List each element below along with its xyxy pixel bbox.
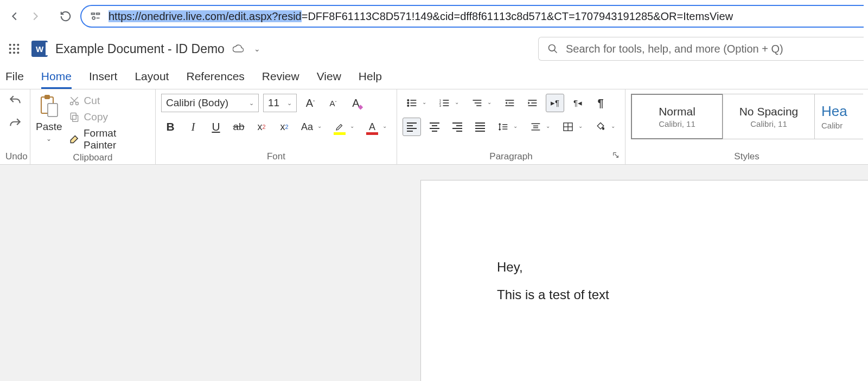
grow-font-button[interactable]: Aˆ — [301, 94, 320, 112]
line-spacing-button[interactable] — [494, 118, 512, 136]
subscript-button[interactable]: x2 — [252, 118, 271, 136]
title-dropdown-icon[interactable]: ⌄ — [254, 44, 260, 53]
svg-point-22 — [407, 102, 409, 104]
paste-button[interactable]: Paste ⌄ — [36, 94, 62, 143]
cut-button[interactable]: Cut — [69, 95, 150, 107]
saved-status-icon[interactable] — [232, 43, 244, 55]
borders-button[interactable] — [559, 118, 577, 136]
svg-point-3 — [9, 44, 11, 46]
app-launcher-icon[interactable] — [4, 39, 24, 59]
browser-toolbar: https://onedrive.live.com/edit.aspx?resi… — [0, 0, 868, 33]
svg-rect-18 — [72, 115, 78, 122]
group-label-styles: Styles — [631, 150, 863, 162]
site-settings-icon[interactable] — [89, 11, 102, 22]
align-right-button[interactable] — [448, 118, 467, 136]
shading-button[interactable] — [591, 118, 610, 136]
svg-point-5 — [17, 44, 19, 46]
copy-button[interactable]: Copy — [69, 111, 150, 123]
back-button[interactable] — [4, 6, 25, 27]
svg-point-9 — [9, 51, 11, 54]
paste-dropdown-icon[interactable]: ⌄ — [46, 135, 52, 143]
svg-point-11 — [17, 51, 19, 54]
svg-point-20 — [407, 100, 409, 101]
menu-file[interactable]: File — [5, 70, 24, 89]
menu-layout[interactable]: Layout — [135, 70, 169, 89]
page[interactable]: Hey,This is a test of text — [420, 180, 868, 381]
italic-button[interactable]: I — [184, 118, 202, 136]
numbering-button[interactable]: 123 — [435, 94, 454, 112]
highlight-color-button[interactable] — [330, 118, 349, 136]
document-canvas: Hey,This is a test of text — [0, 165, 868, 381]
svg-point-12 — [549, 45, 556, 51]
superscript-button[interactable]: x2 — [275, 118, 293, 136]
svg-rect-1 — [97, 13, 100, 15]
word-app-icon: W — [31, 41, 48, 57]
svg-point-6 — [9, 48, 11, 50]
font-color-button[interactable]: A — [363, 118, 381, 136]
multilevel-list-button[interactable] — [468, 94, 486, 112]
address-bar[interactable]: https://onedrive.live.com/edit.aspx?resi… — [80, 5, 864, 28]
svg-rect-0 — [92, 13, 95, 15]
style-normal[interactable]: NormalCalibri, 11 — [631, 94, 723, 139]
ltr-direction-button[interactable]: ▸¶ — [546, 94, 564, 112]
paragraph-dialog-launcher[interactable] — [612, 151, 622, 161]
ribbon: Undo Paste ⌄ Cut Copy — [0, 89, 868, 165]
font-size-select[interactable]: 11⌄ — [263, 94, 297, 112]
search-placeholder: Search for tools, help, and more (Option… — [566, 43, 783, 55]
show-marks-button[interactable]: ¶ — [591, 94, 610, 112]
change-case-button[interactable]: Aa — [298, 118, 316, 136]
clear-formatting-button[interactable]: A◆ — [347, 94, 365, 112]
menu-view[interactable]: View — [317, 70, 341, 89]
redo-button[interactable] — [8, 117, 22, 133]
svg-point-7 — [13, 48, 15, 50]
svg-rect-15 — [48, 104, 58, 117]
menu-review[interactable]: Review — [262, 70, 299, 89]
svg-point-16 — [70, 102, 73, 105]
svg-rect-14 — [44, 95, 50, 99]
justify-button[interactable] — [471, 118, 489, 136]
shrink-font-button[interactable]: Aˇ — [324, 94, 342, 112]
bold-button[interactable]: B — [161, 118, 180, 136]
strikethrough-button[interactable]: ab — [229, 118, 248, 136]
paragraph-spacing-button[interactable] — [526, 118, 545, 136]
group-label-paragraph: Paragraph — [403, 150, 620, 162]
menu-help[interactable]: Help — [359, 70, 382, 89]
font-name-select[interactable]: Calibri (Body)⌄ — [161, 94, 259, 112]
style-no-spacing[interactable]: No SpacingCalibri, 11 — [723, 94, 815, 139]
forward-button[interactable] — [25, 6, 46, 27]
menu-references[interactable]: References — [186, 70, 244, 89]
document-body[interactable]: Hey,This is a test of text — [497, 256, 868, 306]
url-text: https://onedrive.live.com/edit.aspx?resi… — [108, 10, 733, 23]
menu-bar: FileHomeInsertLayoutReferencesReviewView… — [0, 65, 868, 89]
search-input[interactable]: Search for tools, help, and more (Option… — [538, 37, 864, 61]
group-label-clipboard: Clipboard — [36, 151, 150, 163]
increase-indent-button[interactable] — [523, 94, 541, 112]
app-header: W Example Document - ID Demo ⌄ Search fo… — [0, 33, 868, 65]
align-left-button[interactable] — [403, 118, 421, 136]
underline-button[interactable]: U — [207, 118, 225, 136]
style-hea[interactable]: HeaCalibr — [814, 94, 863, 139]
reload-button[interactable] — [55, 6, 76, 27]
bullets-button[interactable] — [403, 94, 421, 112]
undo-button[interactable] — [8, 94, 22, 110]
menu-insert[interactable]: Insert — [89, 70, 118, 89]
svg-text:3: 3 — [439, 105, 441, 108]
menu-home[interactable]: Home — [41, 70, 72, 89]
svg-point-10 — [13, 51, 15, 54]
svg-point-2 — [92, 17, 95, 20]
svg-point-24 — [407, 105, 409, 107]
rtl-direction-button[interactable]: ¶◂ — [569, 94, 587, 112]
group-label-undo: Undo — [5, 150, 24, 162]
document-title[interactable]: Example Document - ID Demo — [55, 42, 225, 56]
svg-point-17 — [75, 102, 78, 105]
align-center-button[interactable] — [425, 118, 444, 136]
format-painter-button[interactable]: Format Painter — [69, 127, 150, 151]
svg-point-4 — [13, 44, 15, 46]
decrease-indent-button[interactable] — [500, 94, 519, 112]
svg-point-8 — [17, 48, 19, 50]
svg-rect-19 — [71, 113, 76, 120]
group-label-font: Font — [161, 150, 391, 162]
